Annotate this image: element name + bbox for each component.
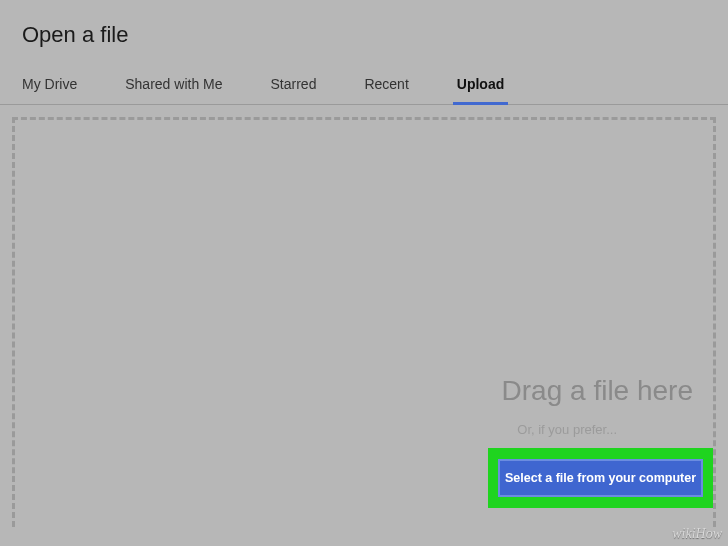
tab-starred[interactable]: Starred xyxy=(271,76,317,104)
watermark-text: wikiHow xyxy=(672,526,722,542)
dialog-title: Open a file xyxy=(0,0,728,48)
tabs-bar: My Drive Shared with Me Starred Recent U… xyxy=(0,48,728,105)
or-text: Or, if you prefer... xyxy=(517,422,617,437)
select-file-button[interactable]: Select a file from your computer xyxy=(498,459,703,497)
tab-recent[interactable]: Recent xyxy=(364,76,408,104)
tab-shared-with-me[interactable]: Shared with Me xyxy=(125,76,222,104)
tab-my-drive[interactable]: My Drive xyxy=(22,76,77,104)
tab-upload[interactable]: Upload xyxy=(457,76,504,104)
highlight-annotation: Select a file from your computer xyxy=(488,448,713,508)
drag-instruction-text: Drag a file here xyxy=(502,375,693,407)
